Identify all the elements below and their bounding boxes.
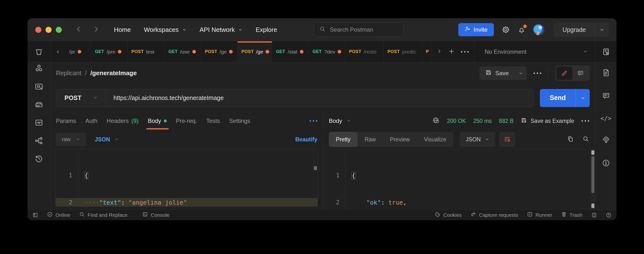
request-more-options-icon[interactable] [534, 72, 541, 74]
save-options-chevron[interactable] [514, 66, 527, 80]
search-response-icon[interactable] [582, 136, 589, 143]
copy-icon[interactable] [567, 136, 574, 143]
beautify-button[interactable]: Beautify [295, 136, 318, 143]
method-select[interactable]: POST [56, 89, 106, 107]
trash-button[interactable]: Trash [561, 212, 582, 218]
view-tab-raw[interactable]: Raw [358, 132, 383, 147]
console-button[interactable]: Console [142, 212, 170, 218]
view-tab-preview[interactable]: Preview [383, 132, 417, 147]
chevron-down-icon[interactable] [594, 23, 609, 37]
cookies-button[interactable]: Cookies [435, 212, 462, 218]
request-tab[interactable]: GET/use [164, 41, 201, 62]
apis-icon[interactable] [34, 64, 43, 74]
globe-lock-icon[interactable] [432, 117, 440, 125]
scrollbar-thumb[interactable] [314, 166, 317, 170]
gear-icon[interactable] [502, 26, 510, 34]
help-icon[interactable] [606, 212, 612, 218]
tab-body[interactable]: Body [148, 112, 167, 130]
capture-requests-button[interactable]: Capture requests [470, 212, 518, 218]
environments-icon[interactable] [34, 82, 43, 92]
scrollbar-mark [592, 150, 594, 155]
tab-tests[interactable]: Tests [206, 112, 220, 130]
response-size[interactable]: 882 B [499, 118, 514, 124]
tab-options-icon[interactable] [461, 51, 469, 52]
request-tabs-more-icon[interactable] [310, 120, 318, 122]
url-input[interactable]: https://api.aichronos.tech/generateImage [106, 94, 231, 102]
view-tab-pretty[interactable]: Pretty [329, 132, 358, 147]
tab-pre-request[interactable]: Pre-req. [176, 112, 197, 130]
response-body-viewer[interactable]: 1{ 2 "ok": true, 3 "response": { 4 "id":… [323, 149, 595, 210]
response-language-select[interactable]: JSON [460, 132, 495, 147]
nav-api-network[interactable]: API Network [200, 26, 243, 34]
request-tab[interactable]: GET/pre [91, 41, 128, 62]
scroll-tabs-right-button[interactable] [437, 49, 442, 55]
request-name[interactable]: /generateImage [90, 69, 137, 77]
request-tab[interactable]: GET?dev [308, 41, 345, 62]
request-tab[interactable]: GET/stat [272, 41, 308, 62]
panel-toggle-icon[interactable] [32, 212, 38, 218]
body-format-select[interactable]: raw [56, 133, 86, 146]
request-tab[interactable]: POSTpredic [384, 41, 422, 62]
mock-servers-icon[interactable] [34, 100, 43, 110]
forward-icon[interactable] [92, 26, 100, 34]
response-time[interactable]: 250 ms [473, 118, 492, 124]
back-icon[interactable] [75, 26, 82, 34]
request-tab[interactable]: P [422, 41, 431, 62]
maximize-window-button[interactable] [56, 27, 62, 33]
flows-icon[interactable] [34, 136, 43, 146]
view-tab-visualize[interactable]: Visualize [417, 132, 454, 147]
send-button[interactable]: Send [540, 89, 590, 107]
code-icon[interactable]: </> [600, 115, 612, 122]
send-options-chevron[interactable] [576, 89, 590, 107]
unsaved-dot [118, 50, 122, 54]
breadcrumb-collection[interactable]: Replicant [56, 70, 81, 77]
tab-settings[interactable]: Settings [229, 112, 250, 130]
minimize-window-button[interactable] [46, 27, 52, 33]
runner-button[interactable]: Runner [527, 212, 552, 218]
invite-person-plus-icon [464, 26, 470, 33]
request-tab[interactable]: POST/resto [345, 41, 384, 62]
env-quicklook-icon[interactable] [595, 41, 616, 62]
save-as-example-button[interactable]: Save as Example [521, 117, 574, 125]
scrollbar-thumb[interactable] [592, 156, 594, 193]
avatar[interactable] [533, 24, 544, 35]
tab-params[interactable]: Params [56, 112, 76, 130]
info-icon[interactable] [602, 159, 610, 168]
request-body-editor[interactable]: 1{ 2····"text": "angelina jolie" 3} [56, 149, 318, 206]
tab-headers[interactable]: Headers(9) [106, 112, 138, 130]
bell-icon[interactable] [518, 26, 526, 34]
find-and-replace[interactable]: Find and Replace [79, 212, 128, 218]
environment-selector[interactable]: No Environment [474, 41, 595, 62]
documentation-icon[interactable] [602, 68, 610, 78]
new-tab-button[interactable] [448, 48, 455, 56]
monitors-icon[interactable] [34, 118, 43, 128]
pencil-icon[interactable] [556, 67, 572, 80]
nav-workspaces[interactable]: Workspaces [144, 26, 186, 34]
response-more-options-icon[interactable] [582, 120, 589, 122]
search-input[interactable]: Search Postman [314, 23, 403, 37]
request-tab[interactable]: POST/ge [201, 41, 238, 62]
collections-icon[interactable] [28, 41, 50, 62]
tab-auth[interactable]: Auth [86, 112, 97, 130]
scroll-tabs-left-button[interactable] [50, 41, 65, 62]
response-body-select[interactable]: Body [329, 118, 351, 124]
close-window-button[interactable] [35, 27, 42, 33]
wrap-text-icon[interactable] [499, 132, 515, 147]
postbot-bulb-icon[interactable] [602, 136, 610, 145]
scrollbar-mark [592, 204, 594, 208]
nav-explore[interactable]: Explore [256, 26, 277, 34]
history-icon[interactable] [34, 154, 43, 164]
request-tab[interactable]: POSTtest [128, 41, 164, 62]
layout-icon[interactable] [591, 212, 597, 218]
comment-icon[interactable] [572, 67, 588, 80]
request-tab[interactable]: /pr [65, 41, 91, 62]
request-tab-active[interactable]: POST/ge [238, 41, 272, 62]
upgrade-button[interactable]: Upgrade [554, 23, 609, 37]
invite-button[interactable]: Invite [458, 23, 494, 36]
comment-icon[interactable] [602, 92, 610, 101]
response-status[interactable]: 200 OK [447, 118, 466, 124]
save-button[interactable]: Save [480, 66, 527, 80]
nav-home[interactable]: Home [114, 26, 131, 34]
body-language-select[interactable]: JSON [95, 136, 119, 143]
online-status[interactable]: Online [47, 212, 70, 218]
